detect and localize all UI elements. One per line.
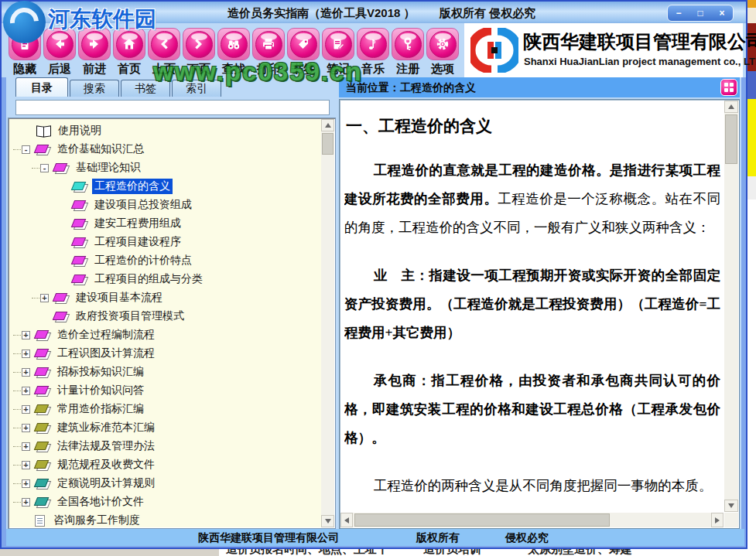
tree-item[interactable]: 咨询服务工作制度: [11, 511, 320, 527]
app-window: 造价员务实指南（造价工具V2018 ） 版权所有 侵权必究 − □ × 隐藏 后…: [0, 0, 747, 549]
prev-page-icon: [156, 36, 172, 52]
scroll-right-icon[interactable]: [711, 513, 724, 527]
window-grid-button[interactable]: [720, 79, 737, 96]
contents-tree: 使用说明 造价基础知识汇总 基础理论知识 工程造价的含义 建设项目总投资组成 建…: [8, 118, 336, 529]
tree-item[interactable]: 法律法规及管理办法: [11, 437, 320, 455]
tree-item[interactable]: 工程项目的组成与分类: [11, 270, 320, 288]
tree-item[interactable]: 规范规程及收费文件: [11, 455, 320, 474]
article-heading: 一、工程造价的含义: [346, 115, 720, 137]
open-book-icon: [35, 125, 52, 137]
tab-search[interactable]: 搜索: [70, 80, 119, 97]
tree-item[interactable]: 工程项目建设程序: [11, 233, 320, 251]
status-rights: 版权所有: [416, 531, 460, 545]
tree-item[interactable]: 建筑业标准范本汇编: [11, 418, 320, 437]
register-icon: [400, 36, 416, 52]
tree-item[interactable]: 基础理论知识: [11, 159, 320, 177]
minimize-button[interactable]: −: [676, 6, 681, 20]
expand-icon[interactable]: [22, 461, 30, 469]
book-icon: [35, 404, 50, 415]
expand-icon[interactable]: [22, 331, 30, 339]
expand-icon[interactable]: [22, 442, 30, 451]
expand-icon[interactable]: [22, 405, 30, 414]
book-icon: [35, 367, 50, 378]
expand-icon[interactable]: [22, 368, 30, 377]
tree-scrollbar-thumb[interactable]: [322, 133, 334, 155]
scroll-left-icon[interactable]: [340, 513, 353, 527]
paragraph: 工程造价的两种含义是从不同角度把握同一事物的本质。: [344, 472, 720, 500]
content-pane: 一、工程造价的含义 工程造价的直意就是工程的建造价格。是指进行某项工程建设所花费…: [339, 99, 740, 529]
book-icon: [53, 162, 69, 174]
book-icon: [35, 422, 50, 434]
tree-item[interactable]: 工程识图及计算流程: [11, 344, 320, 363]
tree-item[interactable]: 工程造价的计价特点: [11, 251, 320, 270]
paragraph: 工程造价的直意就是工程的建造价格。是指进行某项工程建设所花费的全部费用。工程造价…: [344, 156, 720, 242]
collapse-icon[interactable]: [40, 164, 49, 172]
toolbar-button-back[interactable]: 后退: [43, 28, 77, 77]
tree-item[interactable]: 造价全过程编制流程: [11, 326, 320, 344]
background-window-bottom-strip: 造价员报名时间、地点、上址丨 造价员培训 太原别墅造价、筹建: [0, 549, 756, 556]
scroll-down-icon[interactable]: [321, 515, 334, 527]
content-vertical-scrollbar[interactable]: [724, 101, 738, 512]
status-company: 陕西华建联项目管理有限公司: [198, 531, 339, 545]
tree-item[interactable]: 常用造价指标汇编: [11, 400, 320, 418]
status-warning: 侵权必究: [505, 531, 549, 545]
grid-icon: [724, 83, 734, 92]
content-hscroll-thumb[interactable]: [354, 513, 610, 527]
window-controls: − □ ×: [667, 5, 734, 22]
note-icon: [330, 36, 346, 52]
scroll-down-icon[interactable]: [724, 500, 738, 512]
tree-item[interactable]: 建安工程费用组成: [11, 214, 320, 233]
tree-item[interactable]: 定额说明及计算规则: [11, 474, 320, 493]
contents-filter-input[interactable]: [15, 100, 330, 115]
tree-item[interactable]: 使用说明: [11, 121, 320, 140]
tree-item[interactable]: 建设项目总投资组成: [11, 196, 320, 214]
collapse-icon[interactable]: [22, 145, 30, 154]
scroll-up-icon[interactable]: [321, 119, 334, 131]
tree-item[interactable]: 建设项目基本流程: [11, 288, 320, 307]
options-icon: [435, 36, 450, 52]
background-window-right-strip: [747, 0, 756, 556]
tree-item[interactable]: 政府投资项目管理模式: [11, 307, 320, 326]
tree-scrollbar[interactable]: [321, 119, 334, 527]
company-name-en: Shanxi HuaJianLian project management co…: [524, 56, 756, 67]
content-horizontal-scrollbar[interactable]: [340, 513, 724, 527]
tree-item[interactable]: 造价基础知识汇总: [11, 140, 320, 159]
expand-icon[interactable]: [22, 498, 30, 507]
toolbar-button-register[interactable]: 注册: [391, 28, 425, 77]
toolbar-button-options[interactable]: 选项: [426, 28, 460, 77]
toolbar-button-home[interactable]: 首页: [112, 28, 146, 77]
close-button[interactable]: ×: [720, 6, 725, 20]
next-page-icon: [191, 36, 207, 52]
breadcrumb: 当前位置：工程造价的含义: [346, 81, 476, 95]
tree-item[interactable]: 计量计价知识问答: [11, 381, 320, 400]
scrollbar-corner: [724, 513, 738, 527]
expand-icon[interactable]: [22, 350, 30, 358]
expand-icon[interactable]: [22, 387, 30, 395]
forward-icon: [87, 36, 102, 52]
tree-item[interactable]: 全国各地计价文件: [11, 493, 320, 511]
article: 一、工程造价的含义 工程造价的直意就是工程的建造价格。是指进行某项工程建设所花费…: [344, 101, 720, 511]
book-icon: [53, 311, 69, 322]
window-title: 造价员务实指南（造价工具V2018 ）: [227, 6, 416, 21]
book-icon: [72, 218, 87, 230]
tree-item-selected[interactable]: 工程造价的含义: [11, 177, 320, 196]
book-icon: [35, 441, 50, 452]
scroll-up-icon[interactable]: [724, 101, 738, 113]
maximize-button[interactable]: □: [697, 6, 703, 20]
content-vscroll-thumb[interactable]: [725, 114, 737, 164]
company-logo-panel: 陕西华建联项目管理有限公司 Shanxi HuaJianLian project…: [464, 23, 743, 77]
expand-icon[interactable]: [22, 424, 30, 432]
expand-icon[interactable]: [40, 294, 49, 302]
expand-icon[interactable]: [22, 479, 30, 488]
window-title-rights: 版权所有 侵权必究: [440, 6, 535, 21]
tab-contents[interactable]: 目录: [15, 77, 68, 97]
content-header: 当前位置：工程造价的含义: [339, 77, 740, 97]
book-icon: [35, 144, 50, 155]
tree-item[interactable]: 招标投标知识汇编: [11, 363, 320, 381]
home-icon: [121, 36, 137, 52]
book-icon: [72, 200, 87, 211]
print-icon: [261, 36, 276, 52]
toolbar-button-forward[interactable]: 前进: [77, 28, 111, 77]
background-clipped-text: 造价员报名时间、地点、上址丨 造价员培训 太原别墅造价、筹建: [226, 549, 632, 556]
music-icon: [365, 36, 381, 52]
